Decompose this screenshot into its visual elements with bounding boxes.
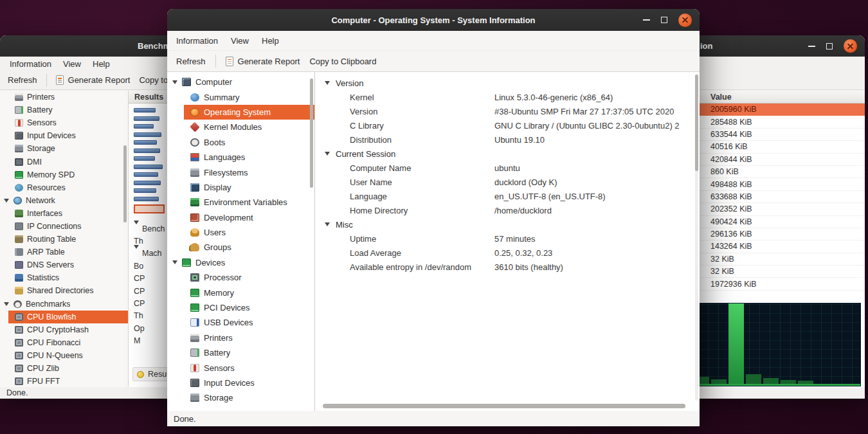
tree-item-label: Operating System	[204, 107, 271, 117]
expander-icon[interactable]	[4, 302, 14, 306]
menu-item[interactable]: Information	[170, 36, 224, 46]
close-icon[interactable]	[678, 14, 692, 27]
tree-item[interactable]: Interfaces	[0, 207, 128, 220]
tree-item[interactable]: ARP Table	[0, 246, 128, 258]
value-cell: 860 KiB	[710, 167, 739, 176]
tree-item-label: Benchmarks	[26, 300, 70, 309]
tree-scrollbar[interactable]	[310, 78, 313, 188]
back-sidebar-scrollbar[interactable]	[123, 145, 127, 222]
info-value: /home/ducklord	[494, 206, 552, 215]
highlighted-benchmark-row[interactable]	[134, 204, 165, 213]
section-rows: Computer Name ubuntu User Name ducklord …	[315, 161, 700, 217]
info-key: C Library	[350, 121, 494, 131]
expander-icon[interactable]	[4, 199, 14, 203]
tree-item[interactable]: Environment Variables	[167, 195, 314, 210]
expander-icon[interactable]	[172, 80, 182, 84]
tree-item[interactable]: CPU CryptoHash	[0, 323, 128, 336]
info-row: Distribution Ubuntu 19.10	[315, 132, 700, 147]
tree-item-label: Shared Directories	[27, 286, 94, 295]
minimize-icon[interactable]	[643, 19, 650, 21]
tree-item[interactable]: IP Connections	[0, 220, 128, 233]
tree-item[interactable]: CPU Blowfish	[0, 311, 128, 323]
tree-item[interactable]: Routing Table	[0, 233, 128, 246]
tree-item[interactable]: Memory	[167, 285, 314, 300]
info-row: Computer Name ubuntu	[315, 161, 700, 175]
tree-item[interactable]: Battery	[167, 345, 314, 360]
tree-item[interactable]: Groups	[167, 240, 314, 255]
value-cell: 143264 KiB	[710, 242, 752, 251]
tree-item-label: Sensors	[204, 363, 235, 373]
system-information-window[interactable]: Computer - Operating System - System Inf…	[167, 9, 700, 426]
tree-item[interactable]: Filesystems	[167, 165, 314, 179]
report-document-icon	[56, 75, 64, 85]
tree-item[interactable]: Summary	[167, 89, 314, 104]
tree-item[interactable]: Storage	[0, 142, 128, 155]
info-value: en_US.UTF-8 (en_US.UTF-8)	[494, 192, 606, 201]
tree-item[interactable]: Printers	[0, 91, 128, 104]
tree-item[interactable]: Sensors	[167, 360, 314, 375]
tree-item[interactable]: CPU Zlib	[0, 362, 128, 375]
copy-to-clipboard-button[interactable]: Copy to Clipboard	[309, 57, 376, 66]
menu-item[interactable]: View	[224, 36, 255, 46]
expander-icon[interactable]	[134, 224, 139, 233]
tree-item[interactable]: Printers	[167, 330, 314, 345]
menu-item[interactable]: Information	[4, 59, 57, 69]
tree-item[interactable]: Input Devices	[167, 375, 314, 390]
result-row-label: Th	[134, 237, 143, 246]
tree-item[interactable]: Processor	[167, 270, 314, 285]
tree-item[interactable]: DNS Servers	[0, 258, 128, 271]
generate-report-button[interactable]: Generate Report	[226, 57, 300, 66]
tree-item[interactable]: Resources	[0, 181, 128, 194]
tree-item[interactable]: Memory SPD	[0, 168, 128, 181]
content-horizontal-scrollbar[interactable]	[323, 404, 685, 408]
tree-item[interactable]: Shared Directories	[0, 284, 128, 297]
menu-item[interactable]: Help	[255, 36, 285, 46]
tree-item[interactable]: Computer	[167, 75, 314, 89]
tree-item[interactable]: USB Devices	[167, 315, 314, 330]
generate-report-button[interactable]: Generate Report	[56, 75, 131, 85]
tree-item[interactable]: Operating System	[167, 105, 314, 120]
tree-item[interactable]: Boots	[167, 135, 314, 150]
front-window-titlebar[interactable]: Computer - Operating System - System Inf…	[167, 9, 700, 31]
section-header[interactable]: Misc	[315, 217, 700, 231]
tree-item[interactable]: Devices	[167, 255, 314, 270]
tree-item-label: Environment Variables	[204, 197, 287, 207]
tree-item[interactable]: Sensors	[0, 116, 128, 129]
maximize-icon[interactable]	[826, 43, 833, 50]
maximize-icon[interactable]	[661, 17, 667, 23]
tree-item[interactable]: Display	[167, 180, 314, 195]
expander-icon[interactable]	[134, 249, 139, 258]
menu-item[interactable]: Help	[87, 59, 116, 69]
section-header[interactable]: Version	[315, 76, 700, 90]
close-icon[interactable]	[844, 39, 857, 53]
content-vertical-scrollbar[interactable]	[695, 75, 698, 171]
tree-item[interactable]: CPU Fibonacci	[0, 336, 128, 349]
printer-icon	[15, 93, 23, 101]
sensors-icon	[190, 364, 199, 372]
tree-item[interactable]: Development	[167, 210, 314, 225]
tree-item[interactable]: Benchmarks	[0, 298, 128, 311]
tree-item[interactable]: CPU N-Queens	[0, 349, 128, 362]
tree-item[interactable]: Languages	[167, 150, 314, 165]
tree-item-label: Network	[26, 196, 55, 205]
tree-item[interactable]: Input Devices	[0, 129, 128, 142]
tree-item[interactable]: FPU FFT	[0, 375, 128, 387]
expander-icon[interactable]	[172, 260, 182, 264]
tree-item[interactable]: Battery	[0, 104, 128, 116]
info-row: Kernel Linux 5.3.0-46-generic (x86_64)	[315, 90, 700, 104]
refresh-button[interactable]: Refresh	[8, 75, 37, 85]
tree-item[interactable]: Statistics	[0, 271, 128, 284]
refresh-button[interactable]: Refresh	[176, 57, 206, 66]
minimize-icon[interactable]	[808, 46, 815, 47]
section-header[interactable]: Current Session	[315, 147, 700, 161]
tree-item[interactable]: PCI Devices	[167, 300, 314, 315]
tree-item[interactable]: Kernel Modules	[167, 120, 314, 134]
front-window-menubar: Information View Help	[167, 31, 700, 50]
section-title: Misc	[336, 220, 353, 230]
tree-item[interactable]: DMI	[0, 155, 128, 168]
tree-item[interactable]: Users	[167, 225, 314, 240]
tree-item[interactable]: Network	[0, 194, 128, 207]
menu-item[interactable]: View	[57, 59, 87, 69]
tree-item[interactable]: Storage	[167, 390, 314, 405]
tree-item-label: PCI Devices	[204, 303, 250, 312]
